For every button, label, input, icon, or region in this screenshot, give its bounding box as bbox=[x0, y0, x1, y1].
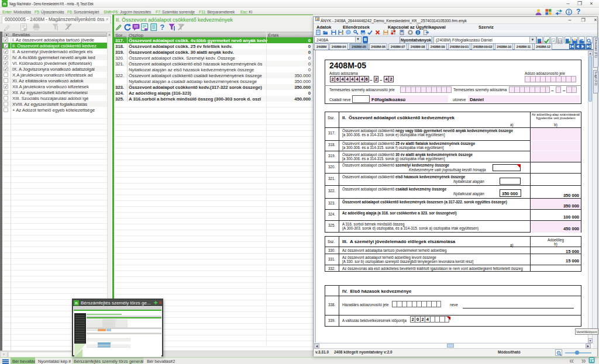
svg-text:?: ? bbox=[160, 23, 165, 31]
svg-text:13: 13 bbox=[559, 40, 562, 43]
